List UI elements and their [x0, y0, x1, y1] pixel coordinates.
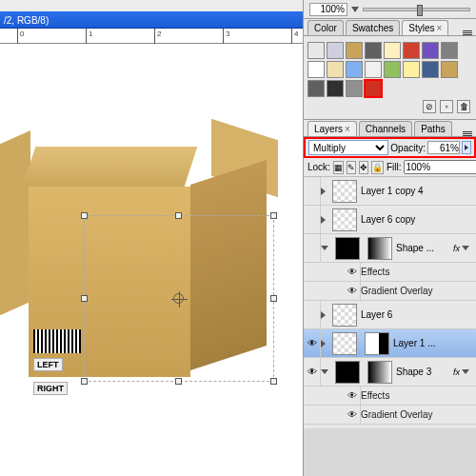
layer-effect-row[interactable]: Gradient Overlay: [304, 406, 476, 425]
style-swatch[interactable]: [346, 80, 363, 97]
layer-row[interactable]: Layer 1 ...: [304, 329, 476, 358]
expand-icon[interactable]: [321, 216, 326, 224]
style-swatch[interactable]: [441, 42, 458, 59]
layer-mask-thumbnail[interactable]: [365, 332, 389, 355]
document-canvas[interactable]: LEFT RIGHT: [0, 44, 303, 476]
fill-input[interactable]: [404, 160, 476, 174]
lock-transparency-icon[interactable]: ▦: [333, 161, 344, 174]
tab-swatches[interactable]: Swatches: [346, 20, 400, 35]
style-swatch[interactable]: [365, 61, 382, 78]
panel-menu-icon[interactable]: [463, 131, 472, 136]
blend-mode-select[interactable]: NormalMultiplyScreenOverlay: [308, 140, 388, 155]
tab-styles[interactable]: Styles×: [402, 20, 448, 35]
zoom-slider[interactable]: [363, 8, 470, 11]
opacity-arrow-icon[interactable]: [462, 141, 471, 154]
layer-thumbnail[interactable]: [332, 180, 357, 203]
layer-name[interactable]: Shape ...: [396, 243, 451, 253]
layer-mask-thumbnail[interactable]: [367, 237, 392, 260]
lock-move-icon[interactable]: ✥: [359, 161, 368, 174]
style-swatch[interactable]: [346, 61, 363, 78]
layer-row[interactable]: Layer 1 copy 4: [304, 177, 476, 206]
expand-icon[interactable]: [321, 188, 326, 195]
layer-thumbnail[interactable]: [335, 361, 360, 384]
style-swatch[interactable]: [384, 42, 401, 59]
transform-handle-e[interactable]: [270, 295, 277, 302]
blend-opacity-row: NormalMultiplyScreenOverlay Opacity:: [304, 137, 476, 158]
layer-name[interactable]: Shape 3: [396, 367, 451, 377]
layer-row[interactable]: Shape ...fx: [304, 234, 476, 263]
style-swatch[interactable]: [346, 42, 363, 59]
close-icon[interactable]: ×: [437, 23, 443, 33]
zoom-slider-knob[interactable]: [417, 5, 423, 16]
visibility-toggle[interactable]: [344, 406, 361, 424]
style-swatch[interactable]: [365, 42, 382, 59]
expand-icon[interactable]: [321, 246, 328, 250]
layer-effect-row[interactable]: Effects: [304, 263, 476, 282]
horizontal-ruler[interactable]: 0 1 2 3 4: [0, 29, 303, 44]
visibility-toggle[interactable]: [304, 206, 321, 233]
layer-effect-row[interactable]: Effects: [304, 387, 476, 406]
layers-panel-tabs: Layers× Channels Paths: [304, 120, 476, 137]
panel-menu-icon[interactable]: [463, 30, 472, 35]
layer-name[interactable]: Layer 1 ...: [393, 338, 472, 348]
layer-mask-thumbnail[interactable]: [367, 361, 392, 384]
expand-icon[interactable]: [321, 369, 328, 374]
zoom-input[interactable]: [309, 3, 347, 16]
fx-badge[interactable]: fx: [451, 367, 462, 377]
style-swatch[interactable]: [327, 61, 344, 78]
style-swatch[interactable]: [327, 80, 344, 97]
layer-thumbnail[interactable]: [335, 237, 360, 260]
tab-layers[interactable]: Layers×: [307, 121, 357, 136]
chevron-down-icon[interactable]: [462, 246, 469, 250]
style-swatch[interactable]: [403, 61, 420, 78]
transform-handle-se[interactable]: [270, 378, 277, 385]
style-swatch[interactable]: [307, 42, 325, 59]
layer-name[interactable]: Layer 1 copy 4: [361, 186, 472, 196]
visibility-toggle[interactable]: [304, 301, 321, 328]
style-swatch[interactable]: [365, 80, 382, 97]
tab-color[interactable]: Color: [307, 20, 344, 35]
style-swatch[interactable]: [441, 61, 458, 78]
style-swatch[interactable]: [422, 42, 439, 59]
visibility-toggle[interactable]: [304, 177, 321, 205]
style-swatch[interactable]: [403, 42, 420, 59]
layer-row[interactable]: Layer 6: [304, 301, 476, 329]
style-swatch[interactable]: [327, 42, 344, 59]
visibility-toggle[interactable]: [344, 282, 361, 300]
close-icon[interactable]: ×: [345, 124, 350, 134]
visibility-toggle[interactable]: [304, 234, 321, 262]
effect-label: Effects: [361, 267, 389, 277]
fx-badge[interactable]: fx: [451, 244, 462, 253]
opacity-input[interactable]: [427, 141, 460, 154]
transform-handle-ne[interactable]: [270, 212, 277, 219]
layer-row[interactable]: Shape 3fx: [304, 358, 476, 387]
zoom-dropdown-icon[interactable]: [351, 7, 359, 12]
layer-thumbnail[interactable]: [332, 304, 357, 327]
style-swatch[interactable]: [307, 80, 325, 97]
visibility-toggle[interactable]: [304, 358, 321, 386]
chevron-down-icon[interactable]: [462, 369, 469, 374]
layer-row[interactable]: Layer 6 copy: [304, 206, 476, 234]
lock-all-icon[interactable]: 🔒: [371, 161, 384, 174]
style-default-icon[interactable]: ⊘: [423, 100, 436, 113]
visibility-toggle[interactable]: [344, 263, 361, 281]
expand-icon[interactable]: [321, 311, 326, 319]
layer-thumbnail[interactable]: [332, 208, 357, 231]
tab-channels[interactable]: Channels: [359, 121, 412, 136]
layer-name[interactable]: Layer 6 copy: [361, 214, 472, 225]
style-new-icon[interactable]: ▫: [440, 100, 453, 113]
visibility-toggle[interactable]: [344, 387, 361, 405]
tab-paths[interactable]: Paths: [414, 121, 452, 136]
style-swatch[interactable]: [384, 61, 401, 78]
lock-paint-icon[interactable]: ✎: [347, 161, 356, 174]
layer-thumbnail[interactable]: [332, 332, 357, 355]
style-swatch[interactable]: [307, 61, 325, 78]
effect-label: Effects: [361, 390, 389, 401]
layer-name[interactable]: Layer 6: [361, 309, 472, 320]
layer-list: Layer 1 copy 4Layer 6 copyShape ...fxEff…: [304, 177, 476, 428]
layer-effect-row[interactable]: Gradient Overlay: [304, 282, 476, 301]
visibility-toggle[interactable]: [304, 329, 321, 357]
style-trash-icon[interactable]: 🗑: [457, 100, 470, 113]
expand-icon[interactable]: [321, 340, 326, 347]
style-swatch[interactable]: [422, 61, 439, 78]
